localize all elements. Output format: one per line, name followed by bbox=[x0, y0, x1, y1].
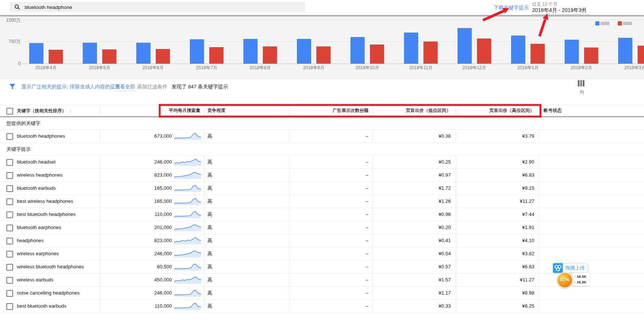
chart-bar-red bbox=[263, 46, 277, 64]
download-arrow-icon: ↓ bbox=[574, 280, 576, 284]
row-checkbox[interactable] bbox=[6, 303, 13, 310]
header-ad-share[interactable]: 广告展示次数份额 bbox=[290, 105, 373, 116]
row-checkbox[interactable] bbox=[6, 198, 13, 205]
keyword-text: bluetooth headset bbox=[17, 156, 55, 168]
avg-monthly-searches: 60,500 bbox=[157, 260, 172, 273]
row-checkbox[interactable] bbox=[6, 172, 13, 179]
keyword-text: wireless bluetooth headphones bbox=[17, 260, 84, 273]
search-value: bluetooth headphone bbox=[25, 4, 72, 10]
filter-funnel-icon[interactable] bbox=[9, 84, 15, 89]
drag-upload-label: 拖拽上传 bbox=[563, 263, 588, 273]
row-checkbox[interactable] bbox=[6, 277, 13, 284]
search-trend-sparkline bbox=[174, 197, 201, 205]
chart-bar-blue bbox=[83, 43, 97, 64]
drag-upload-button[interactable]: 拖拽上传 bbox=[553, 263, 588, 273]
competition-cell: 高 bbox=[204, 247, 290, 260]
x-axis-month-label: 2018年10月 bbox=[347, 65, 388, 71]
keyword-cell: bluetooth headphones bbox=[0, 130, 100, 143]
chart-bar-blue bbox=[190, 39, 204, 64]
account-status-cell bbox=[539, 156, 644, 168]
table-row: best bluetooth earbuds110,000高–¥0.33¥6.2… bbox=[0, 300, 644, 313]
ad-share-cell: – bbox=[290, 208, 373, 221]
x-axis-month-label: 2018年12月 bbox=[454, 65, 495, 71]
competition-cell: 高 bbox=[204, 221, 290, 234]
chart-bar-blue bbox=[404, 33, 418, 64]
chart-bar-blue bbox=[511, 36, 525, 64]
chevron-down-icon[interactable] bbox=[581, 9, 585, 11]
netdisk-icon bbox=[553, 263, 563, 273]
network-speed-widget: ↑ 16.3K ↓ 15.3K bbox=[572, 273, 590, 286]
keyword-text: noise cancelling headphones bbox=[17, 287, 80, 299]
search-trend-sparkline bbox=[174, 210, 201, 218]
account-status-cell bbox=[539, 208, 644, 221]
x-axis-month-label: 2018年7月 bbox=[186, 65, 227, 71]
ad-share-cell: – bbox=[290, 260, 373, 273]
select-all-checkbox[interactable] bbox=[6, 108, 13, 115]
avg-monthly-searches: 165,000 bbox=[154, 195, 172, 207]
row-checkbox[interactable] bbox=[6, 225, 13, 231]
competition-cell: 高 bbox=[204, 182, 290, 195]
row-checkbox[interactable] bbox=[6, 185, 13, 192]
header-bid-low[interactable]: 页首出价（低位区间） bbox=[373, 105, 456, 116]
avg-monthly-searches: 165,000 bbox=[154, 182, 172, 194]
row-checkbox[interactable] bbox=[6, 133, 13, 140]
columns-button[interactable]: 列 bbox=[578, 80, 586, 97]
chart-bar-red bbox=[102, 49, 116, 64]
chart-bar-blue bbox=[565, 40, 579, 64]
row-checkbox[interactable] bbox=[6, 238, 13, 244]
avg-monthly-searches: 246,000 bbox=[154, 156, 172, 168]
table-header-row: 关键字（按相关性排序）↓ 平均每月搜索量 竞争程度 广告展示次数份额 页首出价（… bbox=[0, 105, 644, 117]
date-range-selector[interactable]: 2018年4月 - 2019年3月 bbox=[532, 7, 587, 14]
header-volume[interactable]: 平均每月搜索量 bbox=[100, 105, 204, 116]
table-row: bluetooth earphones201,000高–¥0.20¥1.91 bbox=[0, 221, 644, 234]
row-checkbox[interactable] bbox=[6, 251, 13, 257]
sort-desc-icon[interactable]: ↓ bbox=[69, 108, 72, 113]
row-checkbox[interactable] bbox=[6, 264, 13, 271]
keyword-cell: noise cancelling headphones bbox=[0, 287, 100, 299]
header-competition[interactable]: 竞争程度 bbox=[204, 105, 290, 116]
keyword-cell: best wireless headphones bbox=[0, 195, 100, 208]
row-checkbox[interactable] bbox=[6, 211, 13, 218]
bid-high-cell: ¥3.82 bbox=[456, 247, 539, 260]
account-status-cell bbox=[539, 300, 644, 313]
bid-high-cell: ¥8.98 bbox=[456, 287, 539, 299]
row-checkbox[interactable] bbox=[6, 290, 13, 297]
add-filter-button[interactable]: 添加过滤条件 bbox=[137, 83, 167, 91]
volume-cell: 246,000 bbox=[100, 247, 204, 260]
keyword-cell: wireless bluetooth headphones bbox=[0, 260, 100, 273]
table-row: bluetooth headphones673,000高–¥0.38¥3.79 bbox=[0, 130, 644, 143]
x-axis-month-label: 2019年1月 bbox=[507, 65, 549, 71]
ad-share-cell: – bbox=[290, 287, 373, 299]
bid-high-cell: ¥3.79 bbox=[456, 130, 539, 143]
volume-cell: 823,000 bbox=[100, 169, 204, 182]
bid-high-cell: ¥2.90 bbox=[456, 156, 539, 168]
bid-low-cell: ¥0.25 bbox=[373, 156, 456, 168]
filter-summary-link[interactable]: 显示广泛相关的提示; 排除含成人内容的提示 bbox=[21, 83, 120, 91]
ad-share-cell: – bbox=[290, 156, 373, 168]
keyword-text: best bluetooth earbuds bbox=[17, 300, 66, 312]
view-all-link[interactable]: 查看全部 bbox=[115, 83, 135, 91]
keyword-search-input[interactable]: bluetooth headphone bbox=[9, 2, 305, 12]
progress-badge[interactable]: 87% bbox=[557, 272, 573, 288]
keyword-text: wireless headphones bbox=[17, 169, 63, 181]
x-axis-month-label: 2018年8月 bbox=[240, 65, 281, 71]
columns-label: 列 bbox=[578, 89, 586, 95]
bid-low-cell: ¥1.72 bbox=[373, 182, 456, 195]
keyword-cell: wireless earphones bbox=[0, 247, 100, 260]
table-row: wireless bluetooth headphones60,500高–¥0.… bbox=[0, 260, 644, 274]
competition-cell: 高 bbox=[204, 274, 290, 286]
row-checkbox[interactable] bbox=[6, 159, 13, 166]
avg-monthly-searches: 823,000 bbox=[154, 169, 172, 181]
chart-bar-blue bbox=[297, 39, 311, 64]
header-bid-high[interactable]: 页首出价（高位区间） bbox=[456, 105, 539, 116]
header-account-status[interactable]: 帐号状态 bbox=[539, 105, 644, 116]
search-trend-sparkline bbox=[174, 237, 201, 244]
chart-bar-red bbox=[477, 39, 491, 64]
download-keyword-ideas-link[interactable]: 下载关键字提示 bbox=[493, 4, 529, 11]
account-status-cell bbox=[539, 247, 644, 260]
competition-cell: 高 bbox=[204, 208, 290, 221]
keyword-text: bluetooth headphones bbox=[17, 130, 65, 142]
header-keyword[interactable]: 关键字（按相关性排序）↓ bbox=[0, 105, 100, 116]
table-row: bluetooth headset246,000高–¥0.25¥2.90 bbox=[0, 156, 644, 169]
keyword-text: best bluetooth headphones bbox=[17, 208, 76, 220]
